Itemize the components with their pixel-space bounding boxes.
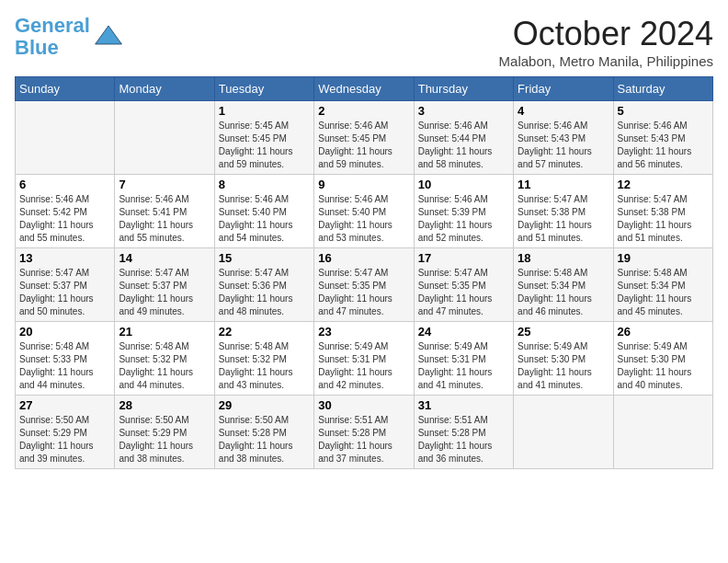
day-info: Sunrise: 5:46 AM Sunset: 5:45 PM Dayligh…	[318, 120, 409, 171]
day-number: 7	[119, 178, 210, 191]
calendar-cell: 5Sunrise: 5:46 AM Sunset: 5:43 PM Daylig…	[613, 101, 712, 175]
day-info: Sunrise: 5:51 AM Sunset: 5:28 PM Dayligh…	[318, 414, 409, 465]
calendar-cell: 29Sunrise: 5:50 AM Sunset: 5:28 PM Dayli…	[214, 396, 313, 469]
day-number: 20	[19, 325, 110, 339]
title-block: October 2024 Malabon, Metro Manila, Phil…	[499, 15, 713, 69]
svg-marker-0	[96, 26, 122, 44]
day-info: Sunrise: 5:50 AM Sunset: 5:28 PM Dayligh…	[219, 414, 310, 465]
day-number: 2	[318, 104, 409, 118]
calendar-cell: 28Sunrise: 5:50 AM Sunset: 5:29 PM Dayli…	[115, 396, 214, 469]
location: Malabon, Metro Manila, Philippines	[499, 53, 713, 69]
calendar-cell: 11Sunrise: 5:47 AM Sunset: 5:38 PM Dayli…	[514, 175, 613, 248]
calendar-cell: 8Sunrise: 5:46 AM Sunset: 5:40 PM Daylig…	[214, 175, 313, 248]
calendar-cell: 17Sunrise: 5:47 AM Sunset: 5:35 PM Dayli…	[414, 248, 513, 322]
calendar-cell: 14Sunrise: 5:47 AM Sunset: 5:37 PM Dayli…	[115, 248, 214, 322]
day-info: Sunrise: 5:47 AM Sunset: 5:35 PM Dayligh…	[318, 267, 409, 318]
day-number: 27	[19, 398, 110, 412]
calendar-cell: 16Sunrise: 5:47 AM Sunset: 5:35 PM Dayli…	[314, 248, 414, 322]
day-number: 4	[518, 104, 609, 118]
logo-text: GeneralBlue	[15, 15, 90, 59]
col-header-thursday: Thursday	[414, 77, 513, 101]
calendar-cell: 19Sunrise: 5:48 AM Sunset: 5:34 PM Dayli…	[613, 248, 712, 322]
calendar-cell: 12Sunrise: 5:47 AM Sunset: 5:38 PM Dayli…	[613, 175, 712, 248]
day-info: Sunrise: 5:47 AM Sunset: 5:38 PM Dayligh…	[518, 193, 609, 245]
calendar-header-row: SundayMondayTuesdayWednesdayThursdayFrid…	[16, 77, 713, 101]
page-header: GeneralBlue October 2024 Malabon, Metro …	[15, 15, 713, 69]
day-number: 5	[618, 104, 709, 118]
calendar-cell	[16, 101, 115, 175]
day-number: 30	[318, 398, 409, 412]
col-header-sunday: Sunday	[16, 77, 115, 101]
col-header-monday: Monday	[115, 77, 214, 101]
day-info: Sunrise: 5:46 AM Sunset: 5:40 PM Dayligh…	[219, 193, 310, 245]
col-header-saturday: Saturday	[613, 77, 712, 101]
day-number: 6	[19, 178, 110, 191]
day-number: 12	[618, 178, 709, 191]
day-info: Sunrise: 5:48 AM Sunset: 5:34 PM Dayligh…	[518, 267, 609, 318]
day-info: Sunrise: 5:49 AM Sunset: 5:31 PM Dayligh…	[418, 340, 509, 392]
calendar-cell: 7Sunrise: 5:46 AM Sunset: 5:41 PM Daylig…	[115, 175, 214, 248]
day-number: 11	[518, 178, 609, 191]
day-info: Sunrise: 5:48 AM Sunset: 5:32 PM Dayligh…	[219, 340, 310, 392]
day-info: Sunrise: 5:46 AM Sunset: 5:39 PM Dayligh…	[418, 193, 509, 245]
calendar-week-2: 6Sunrise: 5:46 AM Sunset: 5:42 PM Daylig…	[16, 175, 713, 248]
day-number: 10	[418, 178, 509, 191]
calendar-cell: 6Sunrise: 5:46 AM Sunset: 5:42 PM Daylig…	[16, 175, 115, 248]
calendar-cell: 27Sunrise: 5:50 AM Sunset: 5:29 PM Dayli…	[16, 396, 115, 469]
day-number: 21	[119, 325, 210, 339]
calendar-cell: 3Sunrise: 5:46 AM Sunset: 5:44 PM Daylig…	[414, 101, 513, 175]
calendar-week-1: 1Sunrise: 5:45 AM Sunset: 5:45 PM Daylig…	[16, 101, 713, 175]
col-header-tuesday: Tuesday	[214, 77, 313, 101]
calendar-cell: 10Sunrise: 5:46 AM Sunset: 5:39 PM Dayli…	[414, 175, 513, 248]
day-info: Sunrise: 5:47 AM Sunset: 5:37 PM Dayligh…	[119, 267, 210, 318]
calendar-cell: 23Sunrise: 5:49 AM Sunset: 5:31 PM Dayli…	[314, 322, 414, 396]
calendar-table: SundayMondayTuesdayWednesdayThursdayFrid…	[15, 76, 713, 469]
day-number: 29	[219, 398, 310, 412]
day-info: Sunrise: 5:47 AM Sunset: 5:36 PM Dayligh…	[219, 267, 310, 318]
day-info: Sunrise: 5:46 AM Sunset: 5:42 PM Dayligh…	[19, 193, 110, 245]
col-header-friday: Friday	[514, 77, 613, 101]
calendar-cell: 22Sunrise: 5:48 AM Sunset: 5:32 PM Dayli…	[214, 322, 313, 396]
day-number: 25	[518, 325, 609, 339]
calendar-week-5: 27Sunrise: 5:50 AM Sunset: 5:29 PM Dayli…	[16, 396, 713, 469]
day-number: 8	[219, 178, 310, 191]
day-info: Sunrise: 5:46 AM Sunset: 5:44 PM Dayligh…	[418, 120, 509, 171]
calendar-cell	[115, 101, 214, 175]
day-number: 22	[219, 325, 310, 339]
day-info: Sunrise: 5:48 AM Sunset: 5:32 PM Dayligh…	[119, 340, 210, 392]
day-info: Sunrise: 5:48 AM Sunset: 5:34 PM Dayligh…	[618, 267, 709, 318]
day-number: 9	[318, 178, 409, 191]
day-info: Sunrise: 5:47 AM Sunset: 5:35 PM Dayligh…	[418, 267, 509, 318]
day-number: 24	[418, 325, 509, 339]
calendar-cell: 15Sunrise: 5:47 AM Sunset: 5:36 PM Dayli…	[214, 248, 313, 322]
col-header-wednesday: Wednesday	[314, 77, 414, 101]
day-info: Sunrise: 5:49 AM Sunset: 5:30 PM Dayligh…	[518, 340, 609, 392]
day-info: Sunrise: 5:46 AM Sunset: 5:41 PM Dayligh…	[119, 193, 210, 245]
day-info: Sunrise: 5:49 AM Sunset: 5:31 PM Dayligh…	[318, 340, 409, 392]
day-info: Sunrise: 5:46 AM Sunset: 5:43 PM Dayligh…	[618, 120, 709, 171]
day-number: 16	[318, 251, 409, 265]
day-info: Sunrise: 5:47 AM Sunset: 5:38 PM Dayligh…	[618, 193, 709, 245]
day-info: Sunrise: 5:50 AM Sunset: 5:29 PM Dayligh…	[19, 414, 110, 465]
calendar-cell: 18Sunrise: 5:48 AM Sunset: 5:34 PM Dayli…	[514, 248, 613, 322]
calendar-cell	[613, 396, 712, 469]
day-info: Sunrise: 5:48 AM Sunset: 5:33 PM Dayligh…	[19, 340, 110, 392]
calendar-cell	[514, 396, 613, 469]
calendar-cell: 30Sunrise: 5:51 AM Sunset: 5:28 PM Dayli…	[314, 396, 414, 469]
logo: GeneralBlue	[15, 15, 123, 59]
day-number: 3	[418, 104, 509, 118]
day-info: Sunrise: 5:51 AM Sunset: 5:28 PM Dayligh…	[418, 414, 509, 465]
month-title: October 2024	[499, 15, 713, 53]
calendar-cell: 2Sunrise: 5:46 AM Sunset: 5:45 PM Daylig…	[314, 101, 414, 175]
calendar-cell: 25Sunrise: 5:49 AM Sunset: 5:30 PM Dayli…	[514, 322, 613, 396]
calendar-week-3: 13Sunrise: 5:47 AM Sunset: 5:37 PM Dayli…	[16, 248, 713, 322]
day-number: 14	[119, 251, 210, 265]
calendar-cell: 20Sunrise: 5:48 AM Sunset: 5:33 PM Dayli…	[16, 322, 115, 396]
calendar-cell: 26Sunrise: 5:49 AM Sunset: 5:30 PM Dayli…	[613, 322, 712, 396]
logo-icon	[94, 22, 123, 52]
day-number: 13	[19, 251, 110, 265]
day-number: 31	[418, 398, 509, 412]
calendar-cell: 9Sunrise: 5:46 AM Sunset: 5:40 PM Daylig…	[314, 175, 414, 248]
day-info: Sunrise: 5:45 AM Sunset: 5:45 PM Dayligh…	[219, 120, 310, 171]
day-number: 23	[318, 325, 409, 339]
